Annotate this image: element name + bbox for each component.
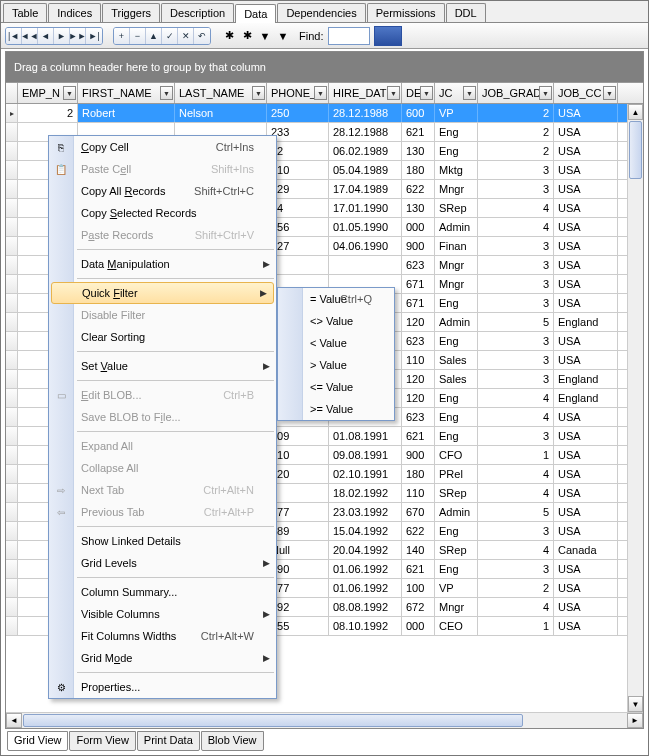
cell-de[interactable]: 180 [402,465,435,483]
cell-de[interactable]: 672 [402,598,435,616]
cell-grade[interactable]: 3 [478,161,554,179]
group-by-bar[interactable]: Drag a column header here to group by th… [6,52,643,82]
tab-dependencies[interactable]: Dependencies [277,3,365,22]
filter-btn-2[interactable]: ▼ [257,28,273,44]
cell-jc[interactable]: Mngr [435,598,478,616]
cell-cc[interactable]: Canada [554,541,618,559]
cell-grade[interactable]: 3 [478,237,554,255]
cell-de[interactable]: 622 [402,180,435,198]
cell-cc[interactable]: USA [554,408,618,426]
menu-data-manipulation[interactable]: Data Manipulation▶ [49,253,276,275]
cell-jc[interactable]: Eng [435,408,478,426]
cell-grade[interactable]: 5 [478,313,554,331]
cell-de[interactable]: 100 [402,579,435,597]
cell-cc[interactable]: USA [554,579,618,597]
cell-cc[interactable]: USA [554,351,618,369]
cell-hire[interactable]: 01.06.1992 [329,560,402,578]
cell-jc[interactable]: CFO [435,446,478,464]
cell-jc[interactable]: Eng [435,332,478,350]
cell-de[interactable]: 900 [402,237,435,255]
cell-jc[interactable]: Eng [435,123,478,141]
cell-jc[interactable]: SRep [435,484,478,502]
cell-hire[interactable]: 17.04.1989 [329,180,402,198]
find-input[interactable] [328,27,370,45]
cell-hire[interactable]: 28.12.1988 [329,123,402,141]
cell-de[interactable]: 623 [402,256,435,274]
menu-show-linked-details[interactable]: Show Linked Details [49,530,276,552]
filter-dropdown-icon[interactable]: ▼ [463,86,476,100]
filter-dropdown-icon[interactable]: ▼ [63,86,76,100]
cell-cc[interactable]: USA [554,218,618,236]
cell-cc[interactable]: USA [554,256,618,274]
cell-grade[interactable]: 4 [478,199,554,217]
filter-dropdown-icon[interactable]: ▼ [539,86,552,100]
vscroll-thumb[interactable] [629,121,642,179]
menu-copy-all-records[interactable]: Copy All RecordsShift+Ctrl+C [49,180,276,202]
cell-hire[interactable]: 01.08.1991 [329,427,402,445]
cell-cc[interactable]: USA [554,598,618,616]
column-header-emp[interactable]: EMP_N▼ [18,83,78,103]
nav-btn-0[interactable]: |◄ [6,28,22,44]
cell-grade[interactable]: 3 [478,560,554,578]
column-header-jc[interactable]: JC▼ [435,83,478,103]
cell-grade[interactable]: 2 [478,104,554,122]
cell-jc[interactable]: SRep [435,199,478,217]
cell-de[interactable]: 670 [402,503,435,521]
cell-grade[interactable]: 3 [478,351,554,369]
cell-jc[interactable]: Eng [435,142,478,160]
menu-copy-cell[interactable]: ⎘Copy CellCtrl+Ins [49,136,276,158]
cell-grade[interactable]: 2 [478,142,554,160]
scroll-right-button[interactable]: ► [627,713,643,728]
cell-de[interactable]: 180 [402,161,435,179]
cell-de[interactable]: 130 [402,199,435,217]
cell-jc[interactable]: Sales [435,370,478,388]
cell-de[interactable]: 621 [402,123,435,141]
cell-hire[interactable]: 09.08.1991 [329,446,402,464]
cell-hire[interactable]: 01.06.1992 [329,579,402,597]
cell-cc[interactable]: USA [554,275,618,293]
cell-jc[interactable]: VP [435,579,478,597]
column-header-phone[interactable]: PHONE_▼ [267,83,329,103]
submenu-<=-Value[interactable]: <= Value [278,376,394,398]
cell-grade[interactable]: 3 [478,294,554,312]
cell-hire[interactable]: 20.04.1992 [329,541,402,559]
cell-cc[interactable]: USA [554,123,618,141]
cell-de[interactable]: 140 [402,541,435,559]
cell-hire[interactable]: 01.05.1990 [329,218,402,236]
cell-cc[interactable]: USA [554,294,618,312]
menu-grid-levels[interactable]: Grid Levels▶ [49,552,276,574]
menu-fit-columns-widths[interactable]: Fit Columns WidthsCtrl+Alt+W [49,625,276,647]
cell-grade[interactable]: 2 [478,579,554,597]
cell-hire[interactable]: 02.10.1991 [329,465,402,483]
cell-hire[interactable]: 05.04.1989 [329,161,402,179]
cell-grade[interactable]: 4 [478,408,554,426]
cell-grade[interactable]: 4 [478,484,554,502]
cell-grade[interactable]: 1 [478,446,554,464]
menu-grid-mode[interactable]: Grid Mode▶ [49,647,276,669]
cell-jc[interactable]: Mktg [435,161,478,179]
cell-cc[interactable]: England [554,370,618,388]
filter-dropdown-icon[interactable]: ▼ [603,86,616,100]
cell-grade[interactable]: 3 [478,275,554,293]
scroll-left-button[interactable]: ◄ [6,713,22,728]
menu-properties-[interactable]: ⚙Properties... [49,676,276,698]
table-row[interactable]: ▸2RobertNelson25028.12.1988600VP2USA [6,104,627,123]
cell-de[interactable]: 621 [402,427,435,445]
cell-grade[interactable]: 3 [478,427,554,445]
cell-de[interactable]: 000 [402,617,435,635]
cell-jc[interactable]: Eng [435,560,478,578]
tab-description[interactable]: Description [161,3,234,22]
cell-cc[interactable]: USA [554,503,618,521]
cell-de[interactable]: 110 [402,351,435,369]
nav-btn-2[interactable]: ◄ [38,28,54,44]
cell-de[interactable]: 120 [402,370,435,388]
tab-triggers[interactable]: Triggers [102,3,160,22]
cell-de[interactable]: 110 [402,484,435,502]
cell-jc[interactable]: Eng [435,522,478,540]
tab-ddl[interactable]: DDL [446,3,486,22]
filter-dropdown-icon[interactable]: ▼ [387,86,400,100]
cell-cc[interactable]: USA [554,617,618,635]
cell-cc[interactable]: USA [554,522,618,540]
column-header-cc[interactable]: JOB_CC▼ [554,83,618,103]
hscroll-thumb[interactable] [23,714,523,727]
